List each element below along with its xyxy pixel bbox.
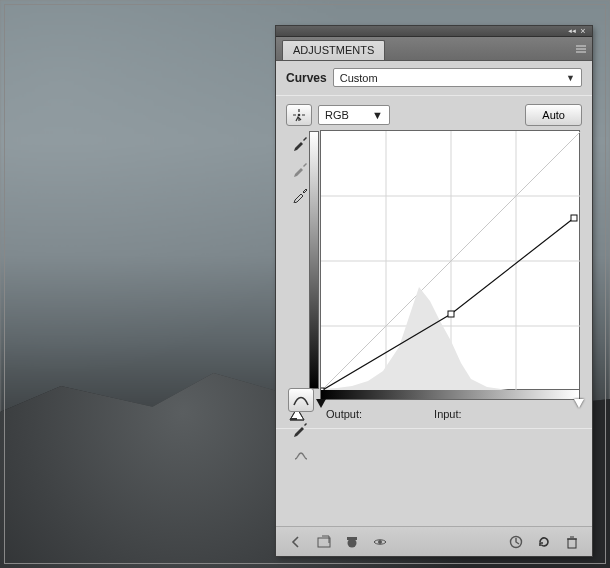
tab-adjustments[interactable]: ADJUSTMENTS (282, 40, 385, 60)
collapse-icon[interactable] (566, 28, 576, 35)
preset-dropdown[interactable]: Custom ▼ (333, 68, 582, 87)
divider (276, 428, 592, 429)
previous-state-icon[interactable] (506, 532, 526, 552)
panel-footer (276, 526, 592, 556)
draw-curve-button[interactable] (288, 416, 314, 440)
svg-rect-17 (568, 539, 576, 548)
output-label: Output: (326, 408, 362, 420)
chevron-down-icon: ▼ (566, 73, 575, 83)
input-gradient-ramp[interactable] (320, 390, 580, 400)
input-label: Input: (434, 408, 462, 420)
curves-graph-wrap (320, 130, 582, 400)
output-gradient-ramp (309, 131, 319, 389)
curve-mode-tools (286, 388, 316, 468)
svg-point-0 (298, 114, 301, 117)
smooth-curve-button[interactable] (288, 444, 314, 468)
close-icon[interactable] (578, 28, 588, 35)
expand-view-icon[interactable] (314, 532, 334, 552)
back-arrow-icon[interactable] (286, 532, 306, 552)
white-point-slider[interactable] (574, 399, 584, 408)
adjustments-panel: ADJUSTMENTS Curves Custom ▼ RGB ▼ Auto (276, 26, 592, 556)
visibility-icon[interactable] (370, 532, 390, 552)
adjustment-type-label: Curves (286, 71, 327, 85)
edit-points-button[interactable] (288, 388, 314, 412)
preset-value: Custom (340, 72, 378, 84)
svg-rect-14 (347, 537, 357, 540)
curves-graph[interactable] (320, 130, 580, 390)
channel-dropdown[interactable]: RGB ▼ (318, 105, 390, 125)
svg-rect-12 (318, 538, 330, 547)
svg-point-15 (378, 540, 382, 544)
trash-icon[interactable] (562, 532, 582, 552)
targeted-adjustment-button[interactable] (286, 104, 312, 126)
auto-button[interactable]: Auto (525, 104, 582, 126)
svg-rect-9 (448, 311, 454, 317)
preset-row: Curves Custom ▼ (276, 61, 592, 91)
tab-bar: ADJUSTMENTS (276, 37, 592, 61)
panel-menu-icon[interactable] (574, 42, 588, 56)
channel-value: RGB (325, 109, 349, 121)
panel-topbar (276, 26, 592, 37)
svg-rect-10 (571, 215, 577, 221)
chevron-down-icon: ▼ (372, 109, 383, 121)
channel-row: RGB ▼ Auto (276, 100, 592, 130)
curves-main (276, 130, 592, 400)
divider (276, 95, 592, 96)
black-point-slider[interactable] (316, 399, 326, 408)
clip-to-layer-icon[interactable] (342, 532, 362, 552)
reset-icon[interactable] (534, 532, 554, 552)
